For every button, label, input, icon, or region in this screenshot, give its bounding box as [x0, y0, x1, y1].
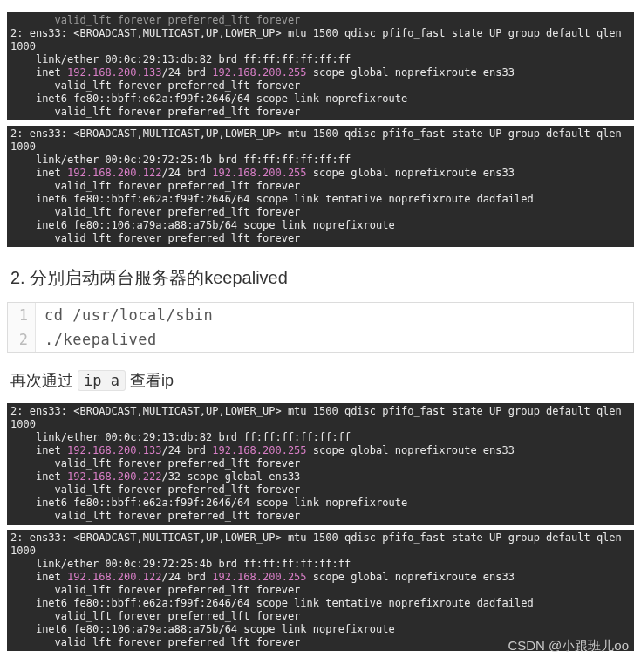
line: inet6 fe80::106:a79a:a88:a75b/64 scope l… — [10, 623, 395, 635]
step-heading: 2. 分别启动两台服务器的keepalived — [10, 266, 631, 290]
line: valid_lft forever preferred_lft forever — [10, 206, 300, 218]
line: link/ether 00:0c:29:72:25:4b brd ff:ff:f… — [10, 558, 351, 570]
broadcast-address: 192.168.200.255 — [212, 444, 306, 456]
line: valid_lft forever preferred_lft forever — [10, 510, 300, 522]
line: 2: ens33: <BROADCAST,MULTICAST,UP,LOWER_… — [10, 127, 628, 153]
code-row: 2 ./keepalived — [8, 327, 633, 352]
terminal-output-3: 2: ens33: <BROADCAST,MULTICAST,UP,LOWER_… — [7, 403, 634, 525]
line: 2: ens33: <BROADCAST,MULTICAST,UP,LOWER_… — [10, 27, 628, 52]
ip-address: 192.168.200.122 — [67, 571, 161, 583]
ip-address: 192.168.200.122 — [67, 167, 161, 179]
line: inet6 fe80::bbff:e62a:f99f:2646/64 scope… — [10, 597, 534, 609]
line: link/ether 00:0c:29:72:25:4b brd ff:ff:f… — [10, 154, 351, 166]
code-row: 1 cd /usr/local/sbin — [8, 303, 633, 327]
line: inet6 fe80::106:a79a:a88:a75b/64 scope l… — [10, 219, 395, 231]
paragraph: 再次通过 ip a 查看ip — [10, 370, 631, 391]
line: valid_lft forever preferred_lft forever — [10, 79, 300, 92]
line: valid lft forever preferred lft forever — [10, 636, 300, 648]
line: valid_lft forever preferred_lft forever — [10, 180, 300, 192]
inline-code: ip a — [78, 370, 126, 391]
ip-address: 192.168.200.133 — [67, 66, 161, 79]
line: valid_lft forever preferred_lft forever — [10, 457, 300, 470]
vip-address: 192.168.200.222 — [67, 470, 161, 483]
line: 2: ens33: <BROADCAST,MULTICAST,UP,LOWER_… — [10, 405, 628, 430]
line: inet6 fe80::bbff:e62a:f99f:2646/64 scope… — [10, 193, 534, 205]
line-number: 2 — [8, 327, 36, 352]
line: inet6 fe80::bbff:e62a:f99f:2646/64 scope… — [10, 497, 407, 509]
line: link/ether 00:0c:29:13:db:82 brd ff:ff:f… — [10, 53, 351, 65]
line: 2: ens33: <BROADCAST,MULTICAST,UP,LOWER_… — [10, 531, 628, 557]
code-content: ./keepalived — [36, 327, 166, 352]
line: link/ether 00:0c:29:13:db:82 brd ff:ff:f… — [10, 431, 351, 443]
line-inet: inet 192.168.200.133/24 brd 192.168.200.… — [10, 444, 515, 456]
line: inet6 fe80::bbff:e62a:f99f:2646/64 scope… — [10, 93, 407, 105]
line-inet: inet 192.168.200.122/24 brd 192.168.200.… — [10, 167, 515, 179]
ip-address: 192.168.200.133 — [67, 444, 161, 456]
terminal-output-1: valid_lft forever preferred_lft forever … — [7, 12, 634, 120]
line: valid lft forever preferred lft forever — [10, 232, 300, 244]
cutoff-line: valid_lft forever preferred_lft forever — [10, 14, 300, 26]
broadcast-address: 192.168.200.255 — [212, 167, 306, 179]
line: valid_lft forever preferred_lft forever — [10, 483, 300, 496]
line-inet-vip: inet 192.168.200.222/32 scope global ens… — [10, 470, 300, 483]
broadcast-address: 192.168.200.255 — [212, 571, 306, 583]
line: valid_lft forever preferred_lft forever — [10, 610, 300, 622]
terminal-output-4: 2: ens33: <BROADCAST,MULTICAST,UP,LOWER_… — [7, 530, 634, 651]
code-content: cd /usr/local/sbin — [36, 303, 222, 327]
line-inet: inet 192.168.200.122/24 brd 192.168.200.… — [10, 571, 515, 583]
broadcast-address: 192.168.200.255 — [212, 66, 306, 79]
line: valid_lft forever preferred_lft forever — [10, 584, 300, 596]
terminal-output-2: 2: ens33: <BROADCAST,MULTICAST,UP,LOWER_… — [7, 126, 634, 247]
line: valid_lft forever preferred_lft forever — [10, 106, 300, 118]
code-block: 1 cd /usr/local/sbin 2 ./keepalived — [7, 302, 634, 353]
line-inet: inet 192.168.200.133/24 brd 192.168.200.… — [10, 66, 515, 79]
line-number: 1 — [8, 303, 36, 327]
